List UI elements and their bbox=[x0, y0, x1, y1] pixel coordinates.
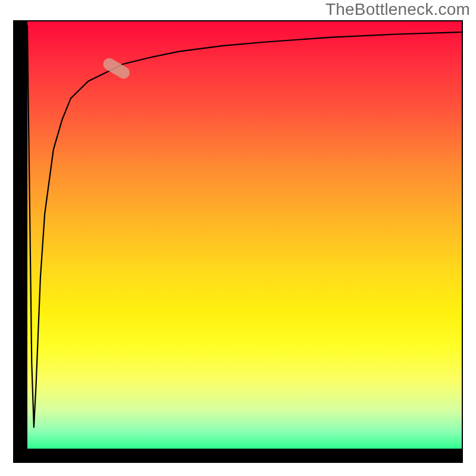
watermark-text: TheBottleneck.com bbox=[325, 0, 470, 19]
plot-frame bbox=[13, 20, 463, 463]
curve-svg bbox=[27, 21, 462, 449]
highlight-pill bbox=[101, 56, 132, 81]
chart-stage: TheBottleneck.com bbox=[0, 0, 476, 476]
curve-path bbox=[27, 26, 462, 427]
plot-area bbox=[27, 21, 462, 449]
